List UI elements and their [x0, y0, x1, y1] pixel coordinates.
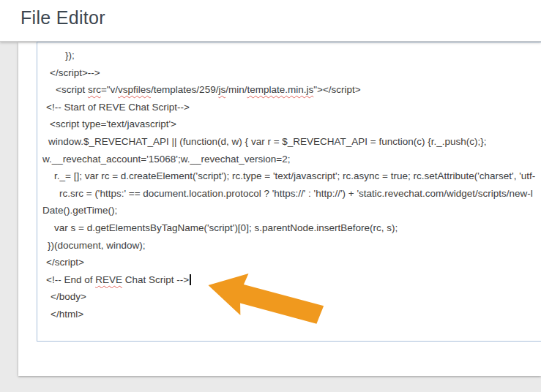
code-text: ="v/ — [101, 84, 118, 95]
code-text: "></script> — [313, 84, 360, 95]
code-line: rc.src = ('https:' == document.location.… — [37, 185, 541, 203]
code-line: </script>--> — [37, 64, 541, 82]
code-text: }); — [65, 50, 75, 61]
code-text: var s = d.getElementsByTagName('script')… — [54, 222, 398, 233]
code-line: w.__revechat_account='15068';w.__revecha… — [37, 151, 541, 168]
code-text: <!-- End of — [46, 274, 95, 285]
code-text: </body> — [51, 291, 86, 302]
misspelled-word: js — [218, 84, 225, 95]
misspelled-word: src — [88, 84, 101, 95]
code-text: rc.src = ('https:' == document.location.… — [59, 188, 533, 199]
code-line: r._= []; var rc = d.createElement('scrip… — [37, 167, 541, 185]
code-line: Date().getTime(); — [37, 202, 541, 219]
misspelled-word: vspfiles — [118, 84, 151, 95]
code-text: r._= []; var rc = d.createElement('scrip… — [54, 170, 535, 181]
code-text: <script — [56, 84, 88, 95]
code-line: })(document, window); — [37, 237, 541, 255]
code-line: </script> — [37, 254, 541, 271]
code-text: <!-- Start of REVE Chat Script--> — [46, 102, 190, 113]
code-line: <script type='text/javascript'> — [37, 116, 541, 133]
page-title: File Editor — [20, 7, 105, 29]
code-text: /templates/259/ — [151, 84, 218, 95]
text-cursor — [190, 274, 191, 285]
page-header: File Editor — [0, 0, 541, 42]
code-line: <script src="v/vspfiles/templates/259/js… — [37, 81, 541, 99]
code-line: <!-- Start of REVE Chat Script--> — [37, 99, 541, 116]
code-text: </html> — [51, 309, 83, 320]
code-text: Chat Script --> — [122, 274, 189, 285]
code-text: </script>--> — [50, 67, 100, 78]
code-text: window.$_REVECHAT_API || (function(d, w)… — [48, 136, 487, 147]
code-text: w.__revechat_account='15068';w.__revecha… — [42, 154, 290, 165]
code-line: window.$_REVECHAT_API || (function(d, w)… — [37, 133, 541, 151]
code-text: /min/ — [225, 84, 247, 95]
code-line: var s = d.getElementsByTagName('script')… — [37, 219, 541, 237]
code-text: </script> — [46, 257, 84, 268]
code-text: })(document, window); — [48, 240, 146, 251]
code-line: }); — [37, 47, 541, 64]
misspelled-word: REVE — [95, 274, 122, 285]
code-text: <script type='text/javascript'> — [50, 118, 176, 129]
misspelled-word: template.min.js — [247, 84, 313, 95]
code-text: Date().getTime(); — [42, 205, 117, 216]
